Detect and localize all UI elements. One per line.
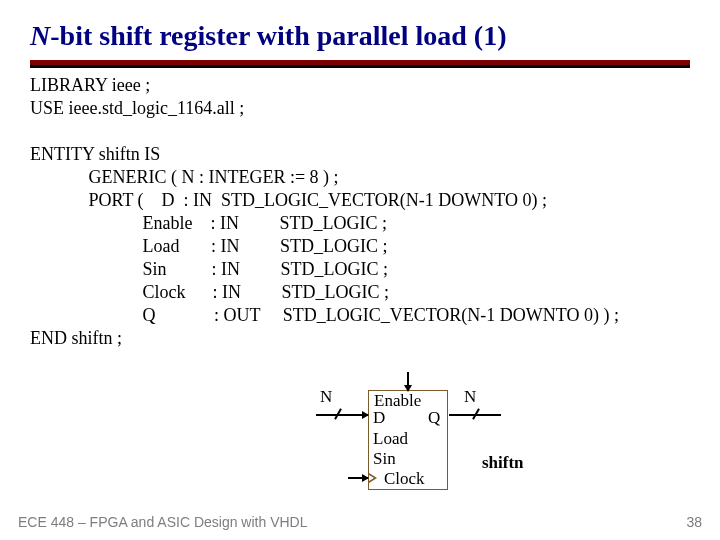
clock-triangle-icon	[369, 473, 377, 483]
vhdl-code-block: LIBRARY ieee ; USE ieee.std_logic_1164.a…	[0, 68, 720, 350]
code-line: END shiftn ;	[30, 328, 122, 348]
label-shiftn: shiftn	[482, 453, 524, 473]
code-line: GENERIC ( N : INTEGER := 8 ) ;	[30, 167, 339, 187]
slide-title: N-bit shift register with parallel load …	[0, 0, 720, 60]
code-line: Load : IN STD_LOGIC ;	[30, 236, 387, 256]
footer-text: ECE 448 – FPGA and ASIC Design with VHDL	[18, 514, 307, 530]
code-line: ENTITY shiftn IS	[30, 144, 160, 164]
label-q: Q	[428, 408, 440, 428]
code-line: PORT ( D : IN STD_LOGIC_VECTOR(N-1 DOWNT…	[30, 190, 547, 210]
label-n-right: N	[464, 387, 476, 407]
code-line: LIBRARY ieee ;	[30, 75, 150, 95]
label-sin: Sin	[373, 449, 396, 469]
label-n-left: N	[320, 387, 332, 407]
code-line: Clock : IN STD_LOGIC ;	[30, 282, 389, 302]
code-line: Enable : IN STD_LOGIC ;	[30, 213, 387, 233]
code-line: Q : OUT STD_LOGIC_VECTOR(N-1 DOWNTO 0) )…	[30, 305, 619, 325]
title-italic-n: N	[30, 20, 50, 51]
block-diagram: Enable N D Q N Load Sin Clock shiftn	[260, 377, 580, 497]
label-clock: Clock	[384, 469, 425, 489]
title-rest: -bit shift register with parallel load (…	[50, 20, 506, 51]
label-d: D	[373, 408, 385, 428]
title-rule	[0, 60, 720, 68]
arrow-clock	[362, 474, 369, 482]
label-load: Load	[373, 429, 408, 449]
code-line: USE ieee.std_logic_1164.all ;	[30, 98, 244, 118]
wire-d	[316, 414, 368, 416]
page-number: 38	[686, 514, 702, 530]
arrow-d	[362, 411, 369, 419]
code-line: Sin : IN STD_LOGIC ;	[30, 259, 388, 279]
